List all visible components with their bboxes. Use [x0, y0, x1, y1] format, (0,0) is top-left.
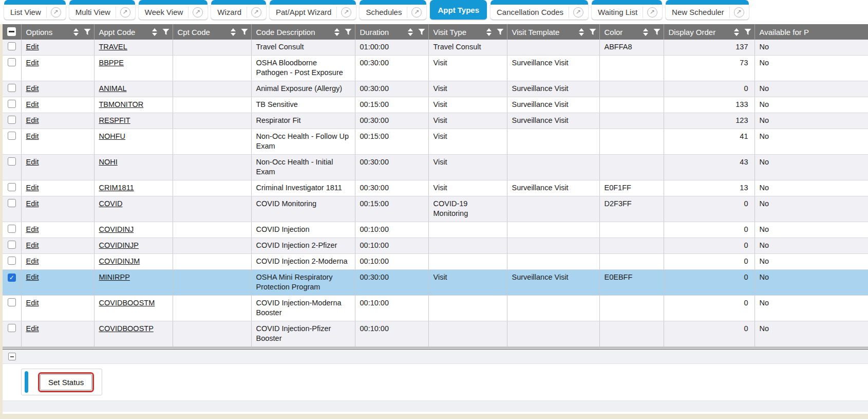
row-checkbox[interactable] — [8, 100, 16, 108]
options-cell: Edit — [21, 238, 94, 254]
filter-funnel-icon[interactable] — [162, 29, 169, 35]
appt-code-link[interactable]: TBMONITOR — [99, 100, 144, 108]
appt-code-link[interactable]: COVIDBOOSTM — [99, 299, 155, 307]
column-header-duration[interactable]: Duration — [355, 24, 428, 40]
row-checkbox[interactable] — [8, 58, 16, 66]
sort-icon[interactable] — [73, 28, 79, 36]
sort-icon[interactable] — [152, 28, 157, 36]
popout-icon[interactable]: ↗ — [647, 7, 657, 17]
tab-list-view[interactable]: List View↗ — [4, 0, 66, 20]
sort-icon[interactable] — [734, 28, 739, 36]
appt-code-link[interactable]: COVIDBOOSTP — [99, 324, 154, 333]
row-checkbox[interactable] — [8, 84, 16, 92]
appt-code-link[interactable]: COVID — [99, 199, 123, 208]
appt-code-link[interactable]: COVIDINJP — [99, 241, 139, 249]
row-checkbox[interactable] — [8, 199, 16, 207]
column-header-available-for-p[interactable]: Available for P — [754, 24, 868, 40]
filter-funnel-icon[interactable] — [241, 29, 248, 35]
filter-funnel-icon[interactable] — [653, 29, 661, 35]
edit-link[interactable]: Edit — [26, 199, 39, 208]
collapse-minus-icon[interactable] — [8, 353, 16, 360]
edit-link[interactable]: Edit — [26, 116, 39, 124]
edit-link[interactable]: Edit — [26, 132, 39, 140]
popout-icon[interactable]: ↗ — [251, 7, 261, 17]
column-header-cpt-code[interactable]: Cpt Code — [173, 24, 251, 40]
column-header-code-description[interactable]: Code Description — [251, 24, 355, 40]
popout-icon[interactable]: ↗ — [734, 7, 744, 17]
tab-top-accent — [360, 0, 426, 5]
tab-cancellation-codes[interactable]: Cancellation Codes↗ — [490, 0, 588, 20]
tab-week-view[interactable]: Week View↗ — [139, 0, 207, 20]
edit-link[interactable]: Edit — [26, 158, 39, 166]
row-checkbox[interactable] — [8, 116, 16, 124]
column-header-visit-type[interactable]: Visit Type — [428, 24, 507, 40]
appt-code-link[interactable]: CRIM1811 — [99, 184, 134, 192]
row-checkbox[interactable] — [8, 257, 16, 265]
sort-icon[interactable] — [643, 28, 648, 36]
appt-code-link[interactable]: NOHI — [99, 158, 118, 166]
appt-code-link[interactable]: MINIRPP — [99, 273, 130, 281]
column-header-display-order[interactable]: Display Order — [664, 24, 754, 40]
row-checkbox[interactable]: ✓ — [8, 274, 16, 282]
sort-icon[interactable] — [231, 28, 236, 36]
edit-link[interactable]: Edit — [26, 59, 39, 67]
appt-code-link[interactable]: BBPPE — [99, 59, 124, 67]
edit-link[interactable]: Edit — [26, 225, 39, 233]
edit-link[interactable]: Edit — [26, 241, 39, 249]
tab-new-scheduler[interactable]: New Scheduler↗ — [666, 0, 749, 20]
tab-schedules[interactable]: Schedules↗ — [360, 0, 426, 20]
available-cell: No — [754, 81, 868, 97]
appt-code-link[interactable]: ANIMAL — [99, 84, 127, 93]
appt-code-link[interactable]: COVIDINJM — [99, 257, 140, 265]
column-header-visit-template[interactable]: Visit Template — [507, 24, 599, 40]
row-checkbox[interactable] — [8, 157, 16, 166]
tab-appt-types[interactable]: Appt Types — [430, 0, 487, 20]
filter-funnel-icon[interactable] — [418, 29, 425, 35]
popout-icon[interactable]: ↗ — [573, 7, 583, 17]
popout-icon[interactable]: ↗ — [120, 7, 130, 17]
tab-multi-view[interactable]: Multi View↗ — [69, 0, 135, 20]
column-header-options[interactable]: Options — [21, 24, 94, 40]
popout-icon[interactable]: ↗ — [341, 7, 351, 17]
row-checkbox[interactable] — [8, 42, 16, 50]
edit-link[interactable]: Edit — [26, 299, 39, 307]
tab-waiting-list[interactable]: Waiting List↗ — [592, 0, 662, 20]
column-header-color[interactable]: Color — [599, 24, 664, 40]
edit-link[interactable]: Edit — [26, 84, 39, 93]
row-checkbox[interactable] — [8, 225, 16, 233]
appt-code-link[interactable]: COVIDINJ — [99, 225, 134, 233]
appt-code-link[interactable]: NOHFU — [99, 132, 126, 140]
filter-funnel-icon[interactable] — [589, 29, 596, 35]
row-checkbox[interactable] — [8, 241, 16, 249]
edit-link[interactable]: Edit — [26, 100, 39, 108]
edit-link[interactable]: Edit — [26, 324, 39, 333]
edit-link[interactable]: Edit — [26, 273, 39, 281]
column-header-appt-code[interactable]: Appt Code — [94, 24, 173, 40]
edit-link[interactable]: Edit — [26, 43, 39, 51]
tab-pat-appt-wizard[interactable]: Pat/Appt Wizard↗ — [270, 0, 356, 20]
set-status-button[interactable]: Set Status — [40, 374, 92, 390]
tab-wizard[interactable]: Wizard↗ — [211, 0, 266, 20]
sort-desc-arrow — [643, 33, 648, 36]
row-checkbox[interactable] — [8, 324, 16, 332]
row-checkbox[interactable] — [8, 298, 16, 306]
options-cell: Edit — [21, 113, 94, 129]
sort-icon[interactable] — [579, 28, 584, 36]
filter-funnel-icon[interactable] — [744, 29, 751, 35]
popout-icon[interactable]: ↗ — [193, 7, 203, 17]
row-checkbox[interactable] — [8, 183, 16, 191]
filter-funnel-icon[interactable] — [497, 29, 504, 35]
filter-funnel-icon[interactable] — [84, 29, 91, 35]
edit-link[interactable]: Edit — [26, 257, 39, 265]
sort-icon[interactable] — [486, 28, 492, 36]
edit-link[interactable]: Edit — [26, 184, 39, 192]
appt-code-link[interactable]: TRAVEL — [99, 43, 127, 51]
popout-icon[interactable]: ↗ — [411, 7, 422, 17]
sort-icon[interactable] — [334, 28, 339, 36]
select-all-checkbox[interactable] — [7, 27, 16, 36]
popout-icon[interactable]: ↗ — [51, 7, 61, 17]
filter-funnel-icon[interactable] — [345, 29, 352, 35]
row-checkbox[interactable] — [8, 132, 16, 140]
sort-icon[interactable] — [408, 28, 413, 36]
appt-code-link[interactable]: RESPFIT — [99, 116, 130, 124]
